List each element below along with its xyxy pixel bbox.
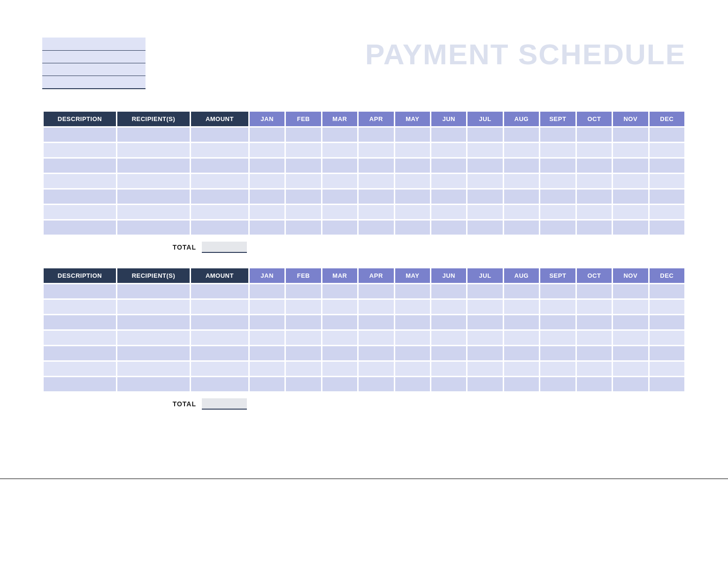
table-cell[interactable] [540,300,575,314]
table-cell[interactable] [117,190,190,204]
table-cell[interactable] [504,143,539,157]
table-cell[interactable] [467,377,502,391]
table-cell[interactable] [540,128,575,142]
info-line[interactable] [42,50,146,63]
table-cell[interactable] [191,205,248,219]
table-cell[interactable] [322,159,357,173]
table-cell[interactable] [540,315,575,329]
table-cell[interactable] [504,346,539,360]
table-cell[interactable] [431,143,466,157]
table-cell[interactable] [577,331,612,345]
table-cell[interactable] [395,315,430,329]
table-cell[interactable] [540,346,575,360]
table-cell[interactable] [650,143,685,157]
table-cell[interactable] [577,221,612,235]
table-cell[interactable] [650,205,685,219]
table-cell[interactable] [322,284,357,298]
table-cell[interactable] [613,174,648,188]
table-cell[interactable] [322,377,357,391]
table-cell[interactable] [613,346,648,360]
table-cell[interactable] [191,174,248,188]
table-cell[interactable] [322,174,357,188]
table-cell[interactable] [117,377,190,391]
table-cell[interactable] [250,174,284,188]
table-cell[interactable] [431,128,466,142]
table-cell[interactable] [191,377,248,391]
table-cell[interactable] [395,174,430,188]
table-cell[interactable] [117,128,190,142]
info-line[interactable] [42,76,146,88]
table-cell[interactable] [467,331,502,345]
table-cell[interactable] [191,190,248,204]
table-cell[interactable] [250,346,284,360]
table-cell[interactable] [467,300,502,314]
table-cell[interactable] [322,205,357,219]
table-cell[interactable] [286,331,321,345]
table-cell[interactable] [467,128,502,142]
table-cell[interactable] [467,284,502,298]
table-cell[interactable] [467,159,502,173]
table-cell[interactable] [286,346,321,360]
table-cell[interactable] [467,346,502,360]
table-cell[interactable] [577,284,612,298]
table-cell[interactable] [359,362,393,376]
table-cell[interactable] [650,221,685,235]
table-cell[interactable] [250,300,284,314]
table-cell[interactable] [395,190,430,204]
table-cell[interactable] [191,362,248,376]
table-cell[interactable] [613,284,648,298]
table-cell[interactable] [540,174,575,188]
table-cell[interactable] [250,205,284,219]
table-cell[interactable] [117,346,190,360]
table-cell[interactable] [117,143,190,157]
table-cell[interactable] [577,190,612,204]
table-cell[interactable] [540,221,575,235]
table-cell[interactable] [117,205,190,219]
table-cell[interactable] [117,284,190,298]
table-cell[interactable] [650,284,685,298]
table-cell[interactable] [322,300,357,314]
table-cell[interactable] [286,284,321,298]
table-cell[interactable] [322,346,357,360]
table-cell[interactable] [504,205,539,219]
table-cell[interactable] [286,362,321,376]
table-cell[interactable] [431,190,466,204]
table-cell[interactable] [359,377,393,391]
table-cell[interactable] [250,143,284,157]
table-cell[interactable] [577,205,612,219]
table-cell[interactable] [44,346,116,360]
table-cell[interactable] [613,362,648,376]
table-cell[interactable] [286,159,321,173]
table-cell[interactable] [431,377,466,391]
table-cell[interactable] [395,331,430,345]
table-cell[interactable] [395,143,430,157]
table-cell[interactable] [44,221,116,235]
table-cell[interactable] [540,377,575,391]
table-cell[interactable] [117,174,190,188]
table-cell[interactable] [359,331,393,345]
table-cell[interactable] [44,159,116,173]
table-cell[interactable] [613,159,648,173]
table-cell[interactable] [540,143,575,157]
table-cell[interactable] [504,362,539,376]
table-cell[interactable] [359,315,393,329]
table-cell[interactable] [613,128,648,142]
table-cell[interactable] [395,362,430,376]
table-cell[interactable] [322,190,357,204]
table-cell[interactable] [577,143,612,157]
table-cell[interactable] [650,346,685,360]
table-cell[interactable] [650,362,685,376]
table-cell[interactable] [504,315,539,329]
table-cell[interactable] [577,362,612,376]
table-cell[interactable] [650,190,685,204]
table-cell[interactable] [322,315,357,329]
table-cell[interactable] [613,190,648,204]
table-cell[interactable] [395,159,430,173]
table-cell[interactable] [504,221,539,235]
table-cell[interactable] [191,159,248,173]
table-cell[interactable] [286,205,321,219]
table-cell[interactable] [613,377,648,391]
table-cell[interactable] [577,174,612,188]
table-cell[interactable] [431,346,466,360]
table-cell[interactable] [286,315,321,329]
